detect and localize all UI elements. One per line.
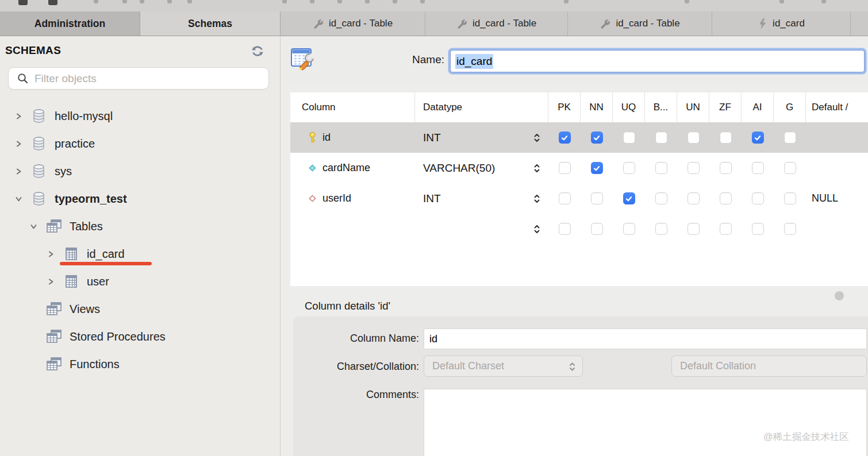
tree-item-hello-mysql[interactable]: hello-mysql (0, 102, 280, 130)
datatype-cell[interactable]: VARCHAR(50) (415, 153, 548, 183)
default-value-cell[interactable]: NULL (806, 183, 868, 214)
tree-item-typeorm-test[interactable]: typeorm_test (0, 185, 280, 212)
checkbox-nn[interactable] (591, 192, 603, 204)
name-label: Name: (361, 53, 444, 66)
tree-item-sys[interactable]: sys (0, 157, 280, 185)
checkbox-uq[interactable] (623, 223, 635, 235)
refresh-icon[interactable] (249, 43, 266, 59)
tables-stack-icon (46, 219, 62, 234)
column-name-input[interactable] (424, 329, 867, 349)
document-tab-1[interactable]: id_card - Table (281, 11, 425, 36)
tree-item-views[interactable]: Views (0, 295, 280, 323)
tab-schemas[interactable]: Schemas (140, 11, 281, 36)
datatype-cell[interactable]: INT (415, 122, 548, 153)
checkbox-nn[interactable] (591, 162, 603, 174)
checkbox-zf[interactable] (720, 162, 732, 174)
chevron-down-icon[interactable] (13, 195, 24, 203)
grid-header-b: B... (645, 92, 677, 122)
chevron-right-icon[interactable] (13, 140, 24, 148)
tree-item-tables[interactable]: Tables (0, 212, 280, 240)
stepper-icon[interactable] (533, 223, 540, 235)
datatype-cell[interactable]: INT (415, 183, 548, 214)
column-name-cell[interactable]: cardName (290, 153, 415, 183)
checkbox-pk[interactable] (559, 162, 571, 174)
chevron-down-icon[interactable] (28, 222, 39, 231)
checkbox-uq[interactable] (623, 132, 635, 144)
checkbox-ai[interactable] (752, 132, 764, 144)
checkbox-pk[interactable] (559, 223, 571, 235)
grid-header-datatype: Datatype (415, 92, 548, 122)
checkbox-b[interactable] (655, 162, 667, 174)
checkbox-uq[interactable] (623, 162, 635, 174)
checkbox-nn[interactable] (591, 223, 603, 235)
columns-grid: ColumnDatatypePKNNUQB...UNZFAIGDefault /… (290, 92, 868, 286)
checkbox-uq[interactable] (623, 192, 635, 204)
document-tab-3[interactable]: id_card - Table (568, 11, 712, 36)
column-details-heading: Column details 'id' (305, 300, 390, 312)
tree-item-label: hello-mysql (55, 110, 113, 123)
chevron-right-icon[interactable] (45, 250, 56, 258)
splitter-handle[interactable] (835, 291, 844, 300)
tree-item-user[interactable]: user (0, 268, 280, 295)
checkbox-g[interactable] (784, 132, 796, 144)
tab-administration[interactable]: Administration (0, 11, 140, 36)
grid-header-g: G (774, 92, 806, 122)
column-name-cell[interactable] (290, 214, 415, 244)
checkbox-g[interactable] (784, 162, 796, 174)
collation-dropdown[interactable]: Default Collation (671, 355, 867, 377)
default-value-cell[interactable] (806, 153, 868, 183)
checkbox-un[interactable] (688, 223, 700, 235)
default-value-cell[interactable] (806, 214, 868, 244)
charset-collation-label: Charset/Collation: (293, 361, 419, 373)
filter-input[interactable] (34, 72, 268, 85)
document-tab-4[interactable]: id_card (712, 11, 851, 36)
search-icon (17, 72, 29, 84)
tree-item-stored-procedures[interactable]: Stored Procedures (0, 323, 280, 350)
default-value-cell[interactable] (806, 122, 868, 153)
checkbox-pk[interactable] (559, 132, 571, 144)
checkbox-un[interactable] (688, 132, 700, 144)
database-icon (32, 109, 46, 123)
column-name-cell[interactable]: id (290, 122, 415, 153)
stepper-icon[interactable] (533, 132, 540, 144)
checkbox-un[interactable] (688, 192, 700, 204)
table-name-input[interactable]: id_card (450, 50, 865, 72)
document-tab-5[interactable]: i (851, 11, 868, 36)
tree-item-practice[interactable]: practice (0, 130, 280, 157)
checkbox-zf[interactable] (720, 132, 732, 144)
stepper-icon[interactable] (533, 163, 540, 174)
column-name-cell[interactable]: userId (290, 183, 415, 214)
datatype-cell[interactable] (415, 214, 548, 244)
column-name: id (322, 132, 331, 144)
toolbar-icon-remnant (282, 0, 287, 3)
checkbox-b[interactable] (655, 192, 667, 204)
table-icon (64, 274, 79, 289)
checkbox-pk[interactable] (559, 192, 571, 204)
document-tab-2[interactable]: id_card - Table (425, 11, 568, 36)
checkbox-un[interactable] (688, 162, 700, 174)
datatype-value: INT (423, 132, 441, 144)
checkbox-nn[interactable] (591, 132, 603, 144)
datatype-value: VARCHAR(50) (423, 162, 495, 175)
checkbox-ai[interactable] (752, 192, 764, 204)
toolbar-icon-remnant (365, 0, 370, 3)
charset-dropdown[interactable]: Default Charset (424, 355, 583, 377)
grid-header-un: UN (677, 92, 709, 122)
checkbox-ai[interactable] (752, 162, 764, 174)
procedures-stack-icon (46, 329, 62, 344)
chevron-right-icon[interactable] (45, 277, 56, 286)
checkbox-b[interactable] (655, 132, 667, 144)
tree-item-functions[interactable]: Functions (0, 350, 280, 378)
checkbox-g[interactable] (784, 223, 796, 235)
checkbox-ai[interactable] (752, 223, 764, 235)
tab-label: id_card - Table (473, 18, 536, 29)
chevron-right-icon[interactable] (13, 167, 24, 176)
checkbox-zf[interactable] (720, 192, 732, 204)
chevron-right-icon[interactable] (13, 112, 24, 121)
watermark: @稀土掘金技术社区 (763, 431, 849, 443)
checkbox-b[interactable] (655, 223, 667, 235)
stepper-icon[interactable] (533, 193, 540, 204)
checkbox-g[interactable] (784, 192, 796, 204)
checkbox-zf[interactable] (720, 223, 732, 235)
comments-textarea[interactable] (424, 389, 867, 456)
